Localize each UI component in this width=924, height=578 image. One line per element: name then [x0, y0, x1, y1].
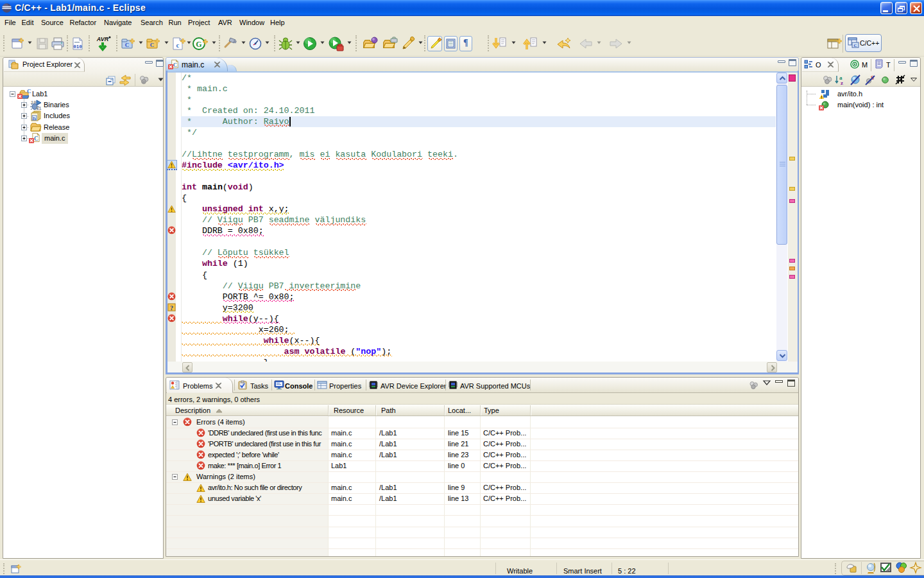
svg-text:AVR: AVR: [96, 36, 109, 42]
svg-text:C: C: [150, 42, 155, 48]
svg-text:010: 010: [73, 44, 82, 49]
svg-text:C: C: [125, 42, 130, 48]
svg-text:C: C: [34, 136, 38, 142]
svg-text:h: h: [33, 116, 36, 121]
svg-text:G: G: [196, 40, 201, 49]
svg-text:C: C: [853, 43, 857, 48]
svg-text:z: z: [841, 80, 843, 86]
svg-text:C: C: [27, 88, 31, 94]
svg-text:C: C: [173, 62, 177, 68]
svg-text:c: c: [176, 41, 180, 49]
